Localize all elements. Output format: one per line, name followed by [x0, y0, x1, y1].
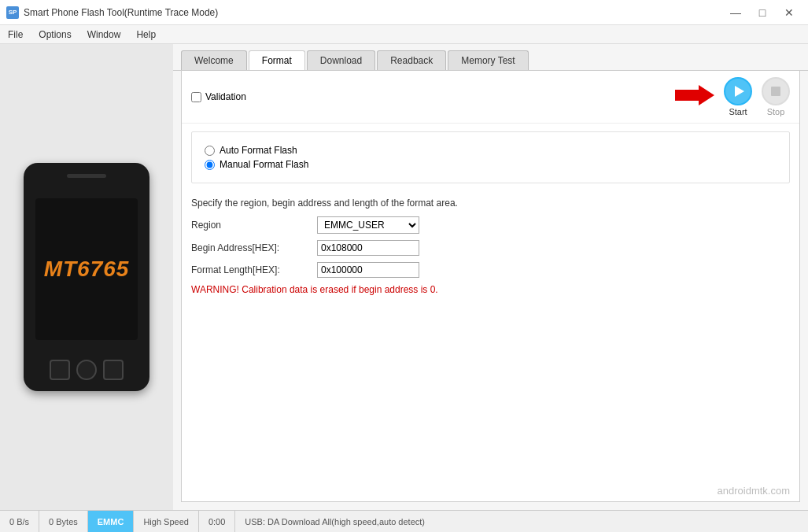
- tab-download[interactable]: Download: [307, 50, 375, 70]
- phone-buttons: [50, 360, 124, 380]
- menu-file[interactable]: File: [0, 28, 31, 42]
- status-bytes: 0 Bytes: [39, 511, 88, 532]
- status-storage: EMMC: [88, 511, 135, 532]
- menu-options[interactable]: Options: [31, 28, 79, 42]
- validation-label[interactable]: Validation: [205, 91, 246, 102]
- app-icon: SP: [6, 6, 19, 19]
- phone-panel: MT6765: [0, 44, 173, 510]
- svg-marker-0: [675, 85, 714, 105]
- format-length-label: Format Length[HEX]:: [191, 264, 317, 275]
- format-options: Auto Format Flash Manual Format Flash: [191, 131, 790, 183]
- status-bar: 0 B/s 0 Bytes EMMC High Speed 0:00 USB: …: [0, 510, 808, 532]
- maximize-button[interactable]: □: [750, 5, 775, 20]
- region-field-row: Region EMMC_USER EMMC_BOOT_1 EMMC_BOOT_2…: [191, 216, 790, 234]
- tab-memory[interactable]: Memory Test: [448, 50, 528, 70]
- close-button[interactable]: ✕: [777, 5, 802, 20]
- status-time: 0:00: [199, 511, 235, 532]
- stop-label: Stop: [767, 107, 785, 116]
- region-description: Specify the region, begin address and le…: [191, 198, 790, 209]
- toolbar-row: Validation Start: [182, 71, 799, 124]
- validation-check: Validation: [191, 91, 246, 102]
- start-icon: [724, 77, 752, 105]
- window-controls: — □ ✕: [723, 5, 802, 20]
- begin-address-input[interactable]: [317, 240, 419, 256]
- auto-format-label[interactable]: Auto Format Flash: [220, 145, 297, 156]
- warning-text: WARNING! Calibration data is erased if b…: [191, 284, 790, 295]
- content-area: Welcome Format Download Readback Memory …: [173, 44, 808, 510]
- start-label: Start: [729, 107, 747, 116]
- begin-address-label: Begin Address[HEX]:: [191, 242, 317, 253]
- phone-btn-home: [76, 360, 97, 380]
- region-label: Region: [191, 220, 317, 231]
- begin-address-row: Begin Address[HEX]:: [191, 240, 790, 256]
- format-panel: Validation Start: [181, 71, 800, 502]
- phone-btn-menu: [103, 360, 124, 380]
- phone-screen: MT6765: [35, 198, 138, 340]
- stop-icon: [762, 77, 790, 105]
- phone-speaker: [67, 174, 106, 178]
- status-speed: 0 B/s: [0, 511, 39, 532]
- menu-bar: File Options Window Help: [0, 25, 808, 44]
- main-layout: MT6765 Welcome Format Download Readback …: [0, 44, 808, 510]
- status-mode: High Speed: [134, 511, 199, 532]
- auto-format-option[interactable]: Auto Format Flash: [205, 145, 777, 156]
- tab-welcome[interactable]: Welcome: [181, 50, 247, 70]
- region-select[interactable]: EMMC_USER EMMC_BOOT_1 EMMC_BOOT_2 EMMC_R…: [317, 216, 419, 234]
- tab-format[interactable]: Format: [249, 50, 305, 70]
- stop-inner-icon: [771, 87, 780, 96]
- format-length-row: Format Length[HEX]:: [191, 262, 790, 278]
- manual-format-radio[interactable]: [205, 160, 215, 170]
- manual-format-option[interactable]: Manual Format Flash: [205, 159, 777, 170]
- phone-brand: MT6765: [44, 257, 130, 282]
- validation-checkbox[interactable]: [191, 92, 201, 102]
- auto-format-radio[interactable]: [205, 146, 215, 156]
- title-bar: SP Smart Phone Flash Tool(Runtime Trace …: [0, 0, 808, 25]
- tabs-bar: Welcome Format Download Readback Memory …: [173, 44, 808, 71]
- window-title: Smart Phone Flash Tool(Runtime Trace Mod…: [24, 7, 723, 18]
- start-button[interactable]: Start: [724, 77, 752, 116]
- region-area: Specify the region, begin address and le…: [182, 191, 799, 301]
- tab-readback[interactable]: Readback: [377, 50, 446, 70]
- menu-window[interactable]: Window: [79, 28, 129, 42]
- watermark: androidmtk.com: [182, 301, 799, 501]
- menu-help[interactable]: Help: [128, 28, 164, 42]
- format-length-input[interactable]: [317, 262, 419, 278]
- red-arrow-icon: [675, 83, 714, 111]
- phone-device: MT6765: [24, 163, 149, 391]
- minimize-button[interactable]: —: [723, 5, 748, 20]
- manual-format-label[interactable]: Manual Format Flash: [220, 159, 308, 170]
- status-usb: USB: DA Download All(high speed,auto det…: [235, 511, 808, 532]
- phone-btn-back: [50, 360, 70, 380]
- stop-button[interactable]: Stop: [762, 77, 790, 116]
